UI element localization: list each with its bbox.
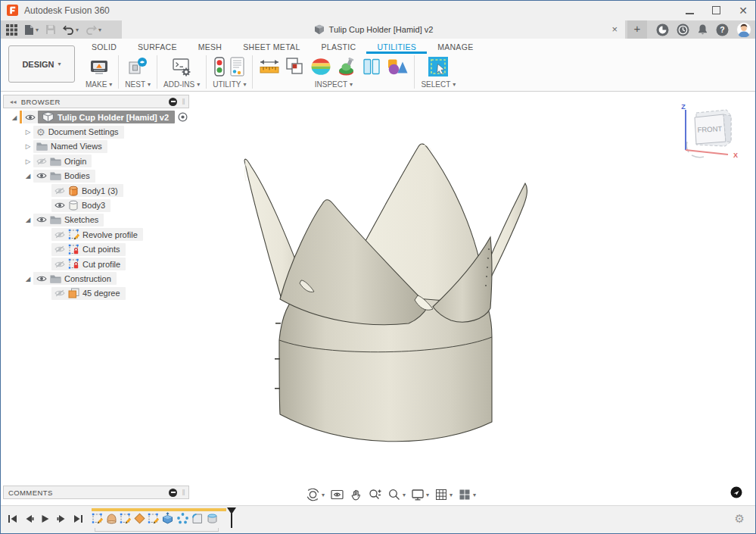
extensions-icon[interactable] <box>656 23 669 36</box>
pan-button[interactable] <box>350 488 362 501</box>
browser-row-cut-profile[interactable]: Cut profile <box>3 257 200 271</box>
redo-button[interactable]: ▾ <box>86 25 101 35</box>
expander-collapsed-icon[interactable]: ▷ <box>23 158 33 165</box>
grid-settings-button[interactable]: ▾ <box>434 488 453 501</box>
tree-item-selected[interactable]: Tulip Cup Holder [Hamid] v2 <box>38 111 175 123</box>
eye-off-icon[interactable] <box>54 187 65 195</box>
browser-row-construction[interactable]: ◢Construction <box>3 271 200 286</box>
make-button[interactable] <box>88 57 110 77</box>
save-button[interactable] <box>45 24 56 35</box>
ribbon-tab-utilities[interactable]: UTILITIES <box>366 40 427 54</box>
tree-item[interactable]: Named Views <box>33 140 107 153</box>
section-analysis-button[interactable] <box>362 57 381 77</box>
browser-row-body1-3[interactable]: Body1 (3) <box>3 183 200 198</box>
tree-item[interactable]: Cut points <box>51 243 126 256</box>
ribbon-tab-mesh[interactable]: MESH <box>188 40 233 54</box>
close-tab-icon[interactable]: × <box>611 20 618 39</box>
collapse-panel-icon[interactable]: ◂◂ <box>10 98 17 105</box>
ribbon-group-label[interactable]: ADD-INS▾ <box>163 80 200 89</box>
panel-grip-icon[interactable]: ‖ <box>182 98 185 106</box>
eye-off-icon[interactable] <box>54 261 65 268</box>
close-button[interactable]: ✕ <box>739 7 748 14</box>
timeline-settings-gear-icon[interactable]: ⚙ <box>735 512 745 526</box>
go-to-end-button[interactable] <box>73 514 83 523</box>
hide-panel-icon[interactable] <box>169 98 177 106</box>
tree-item[interactable]: Revolve profile <box>51 228 143 241</box>
addins-button[interactable] <box>172 57 191 77</box>
browser-row-sketches[interactable]: ◢Sketches <box>3 213 200 227</box>
ribbon-group-label[interactable]: UTILITY▾ <box>213 80 246 89</box>
select-button[interactable] <box>428 56 449 77</box>
expander-expanded-icon[interactable]: ◢ <box>23 172 33 180</box>
timeline-feature-extrude-icon[interactable] <box>161 512 174 525</box>
browser-row-named-views[interactable]: ▷Named Views <box>3 139 200 154</box>
workspace-selector[interactable]: DESIGN ▾ <box>8 45 75 83</box>
browser-row-tulip-cup-holder-hamid-v2[interactable]: ◢Tulip Cup Holder [Hamid] v2 <box>3 110 200 124</box>
browser-row-body3[interactable]: Body3 <box>3 198 200 212</box>
eye-off-icon[interactable] <box>36 158 47 165</box>
ribbon-group-label[interactable]: INSPECT▾ <box>315 80 353 89</box>
job-status-icon[interactable] <box>677 23 689 36</box>
timeline-track[interactable] <box>90 506 234 534</box>
measure-button[interactable] <box>259 57 280 77</box>
tree-item[interactable]: Construction <box>33 272 117 285</box>
timeline-feature-circular-pattern-icon[interactable] <box>176 512 189 525</box>
document-tab[interactable]: Tulip Cup Holder [Hamid] v2 × <box>122 20 625 39</box>
zebra-analysis-button[interactable] <box>310 58 331 76</box>
activate-component-radio[interactable] <box>178 112 188 122</box>
new-tab-button[interactable]: + <box>627 20 647 39</box>
go-to-start-button[interactable] <box>8 514 17 523</box>
expander-expanded-icon[interactable]: ◢ <box>23 275 33 283</box>
expander-collapsed-icon[interactable]: ▷ <box>23 142 33 150</box>
traffic-light-button[interactable] <box>214 57 225 77</box>
timeline-feature-split-body-icon[interactable] <box>206 512 219 525</box>
viewport-canvas[interactable]: FRONT Z X ◂◂ BROWSER ‖ ◢Tulip Cup Holder… <box>2 92 754 505</box>
ribbon-group-label[interactable]: MAKE▾ <box>86 80 112 89</box>
ribbon-tab-manage[interactable]: MANAGE <box>427 40 484 54</box>
file-button[interactable]: ▾ <box>24 24 39 36</box>
browser-row-45-degree[interactable]: 45 degree <box>3 286 200 301</box>
display-settings-button[interactable]: ▾ <box>411 488 429 501</box>
minimize-button[interactable] <box>686 4 694 17</box>
browser-row-document-settings[interactable]: ▷⚙Document Settings <box>3 124 200 139</box>
timeline-feature-construction-plane-icon[interactable] <box>133 512 146 525</box>
ribbon-tab-surface[interactable]: SURFACE <box>127 40 188 54</box>
timeline-feature-revolve-icon[interactable] <box>105 512 118 525</box>
orbit-button[interactable]: ▾ <box>306 488 325 501</box>
eye-icon[interactable] <box>54 201 65 209</box>
ribbon-tab-plastic[interactable]: PLASTIC <box>311 40 367 54</box>
expander-expanded-icon[interactable]: ◢ <box>9 114 20 121</box>
expander-expanded-icon[interactable]: ◢ <box>23 216 33 223</box>
timeline-feature-fillet-icon[interactable] <box>191 512 204 525</box>
step-forward-button[interactable] <box>57 514 67 523</box>
ribbon-group-label[interactable]: SELECT▾ <box>421 80 456 89</box>
eye-icon[interactable] <box>36 172 47 180</box>
browser-row-bodies[interactable]: ◢Bodies <box>3 169 200 183</box>
tree-item[interactable]: Body1 (3) <box>51 184 123 197</box>
tree-item[interactable]: Sketches <box>33 214 104 226</box>
ribbon-tab-sheet-metal[interactable]: SHEET METAL <box>232 40 310 54</box>
maximize-button[interactable] <box>712 4 720 17</box>
undo-button[interactable]: ▾ <box>63 25 79 35</box>
browser-panel-header[interactable]: ◂◂ BROWSER ‖ <box>3 95 189 108</box>
nest-button[interactable] <box>128 57 148 77</box>
tree-item[interactable]: Cut profile <box>51 258 126 270</box>
profile-icon[interactable] <box>736 22 751 37</box>
eye-off-icon[interactable] <box>54 289 65 297</box>
draft-analysis-button[interactable] <box>337 57 356 77</box>
browser-row-cut-points[interactable]: Cut points <box>3 242 200 257</box>
timeline-feature-sketch-icon[interactable] <box>148 512 159 525</box>
step-back-button[interactable] <box>24 514 34 523</box>
comments-grip-icon[interactable]: ‖ <box>182 489 185 497</box>
eye-icon[interactable] <box>36 216 47 223</box>
eye-icon[interactable] <box>36 275 47 283</box>
comments-panel-header[interactable]: COMMENTS ‖ <box>3 486 189 499</box>
display-shapes-button[interactable] <box>387 58 408 76</box>
play-button[interactable] <box>41 514 50 523</box>
viewports-button[interactable]: ▾ <box>458 488 476 501</box>
eye-off-icon[interactable] <box>54 231 65 239</box>
browser-row-revolve-profile[interactable]: Revolve profile <box>3 227 200 242</box>
hide-comments-icon[interactable] <box>169 489 177 497</box>
assistant-icon[interactable] <box>730 486 742 498</box>
fit-button[interactable]: ▾ <box>387 488 406 501</box>
